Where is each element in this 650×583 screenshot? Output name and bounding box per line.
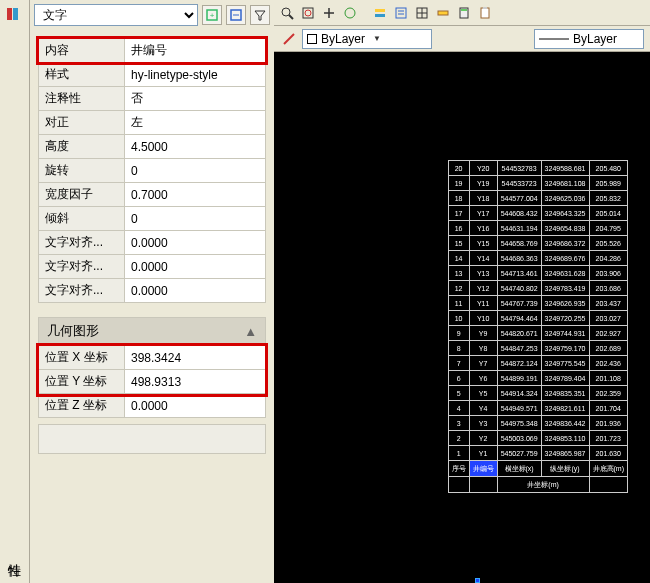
prop-value[interactable]: 0.0000 xyxy=(125,279,266,303)
svg-rect-24 xyxy=(483,7,487,9)
table-row: 19Y195445337233249681.108205.989 xyxy=(448,176,627,191)
table-cell: 544899.191 xyxy=(497,371,541,386)
filter-button[interactable] xyxy=(250,5,270,25)
table-cell: 3249853.110 xyxy=(541,431,589,446)
drawing-canvas[interactable]: 20Y205445327833249588.681205.48019Y19544… xyxy=(274,52,650,583)
collapse-icon: ▲ xyxy=(244,324,257,339)
section-header-geometry[interactable]: 几何图形 ▲ xyxy=(38,317,266,345)
svg-rect-14 xyxy=(396,8,406,18)
table-cell: Y5 xyxy=(469,386,497,401)
table-cell: 3249626.935 xyxy=(541,296,589,311)
table-cell: 3249865.987 xyxy=(541,446,589,461)
table-icon[interactable] xyxy=(413,4,431,22)
table-cell: 3249631.628 xyxy=(541,266,589,281)
section-title: 几何图形 xyxy=(47,322,99,340)
table-cell: 544631.194 xyxy=(497,221,541,236)
prop-value-pos-z[interactable]: 0.0000 xyxy=(125,394,266,418)
color-swatch-icon xyxy=(307,34,317,44)
prop-value[interactable]: 0 xyxy=(125,207,266,231)
table-cell: Y16 xyxy=(469,221,497,236)
table-row: 9Y9544820.6713249744.931202.927 xyxy=(448,326,627,341)
table-cell: 204.286 xyxy=(589,251,628,266)
table-cell: 8 xyxy=(448,341,469,356)
table-cell: 3249759.170 xyxy=(541,341,589,356)
prop-value[interactable]: 4.5000 xyxy=(125,135,266,159)
table-cell: 10 xyxy=(448,311,469,326)
layers-icon[interactable] xyxy=(371,4,389,22)
table-cell: 544975.348 xyxy=(497,416,541,431)
table-cell: 544914.324 xyxy=(497,386,541,401)
table-cell: 4 xyxy=(448,401,469,416)
cad-coordinate-table: 20Y205445327833249588.681205.48019Y19544… xyxy=(448,160,628,493)
table-cell: 203.906 xyxy=(589,266,628,281)
prop-value-pos-x[interactable]: 398.3424 xyxy=(125,346,266,370)
svg-point-10 xyxy=(305,10,311,16)
paste-icon[interactable] xyxy=(476,4,494,22)
table-cell: Y4 xyxy=(469,401,497,416)
table-cell: 205.832 xyxy=(589,191,628,206)
table-row: 12Y12544740.8023249783.419203.686 xyxy=(448,281,627,296)
prop-value[interactable]: 0.0000 xyxy=(125,255,266,279)
table-row: 1Y1545027.7593249865.987201.630 xyxy=(448,446,627,461)
prop-label: 旋转 xyxy=(39,159,125,183)
properties-header: 文字 + xyxy=(30,0,274,30)
prop-value[interactable]: 0 xyxy=(125,159,266,183)
table-cell: 544767.739 xyxy=(497,296,541,311)
empty-section xyxy=(38,424,266,454)
prop-value[interactable]: 0.0000 xyxy=(125,231,266,255)
table-cell: 12 xyxy=(448,281,469,296)
selection-grip[interactable] xyxy=(475,578,480,583)
svg-point-7 xyxy=(282,8,290,16)
orbit-icon[interactable] xyxy=(341,4,359,22)
table-cell: 545027.759 xyxy=(497,446,541,461)
prop-value-content[interactable]: 井编号 xyxy=(125,39,266,63)
table-cell: Y19 xyxy=(469,176,497,191)
table-cell: 202.689 xyxy=(589,341,628,356)
table-cell: Y18 xyxy=(469,191,497,206)
calculator-icon[interactable] xyxy=(455,4,473,22)
properties-icon[interactable] xyxy=(392,4,410,22)
svg-marker-6 xyxy=(255,11,265,20)
table-cell: 544794.464 xyxy=(497,311,541,326)
table-row: 7Y7544872.1243249775.545202.436 xyxy=(448,356,627,371)
table-row: 13Y13544713.4613249631.628203.906 xyxy=(448,266,627,281)
table-cell: Y13 xyxy=(469,266,497,281)
svg-rect-22 xyxy=(461,9,467,11)
table-cell: 205.989 xyxy=(589,176,628,191)
zoom-window-icon[interactable] xyxy=(299,4,317,22)
zoom-icon[interactable] xyxy=(278,4,296,22)
table-row: 6Y6544899.1913249789.404201.108 xyxy=(448,371,627,386)
table-cell: 2 xyxy=(448,431,469,446)
ruler-icon[interactable] xyxy=(434,4,452,22)
linetype-select[interactable]: ByLayer xyxy=(534,29,644,49)
table-cell: 204.795 xyxy=(589,221,628,236)
table-cell: 3249588.681 xyxy=(541,161,589,176)
object-type-select[interactable]: 文字 xyxy=(34,4,198,26)
prop-value-pos-y[interactable]: 498.9313 xyxy=(125,370,266,394)
table-cell: 203.437 xyxy=(589,296,628,311)
paint-icon[interactable] xyxy=(5,6,25,26)
quick-select-button[interactable] xyxy=(226,5,246,25)
table-cell: 9 xyxy=(448,326,469,341)
table-row: 10Y10544794.4643249720.255203.027 xyxy=(448,311,627,326)
table-cell: 3249835.351 xyxy=(541,386,589,401)
table-cell: 3249654.838 xyxy=(541,221,589,236)
pan-icon[interactable] xyxy=(320,4,338,22)
table-cell: 205.480 xyxy=(589,161,628,176)
svg-rect-1 xyxy=(13,8,18,20)
left-dock-bar: 特性 xyxy=(0,0,30,583)
color-select[interactable]: ByLayer ▼ xyxy=(302,29,432,49)
prop-value[interactable]: 左 xyxy=(125,111,266,135)
table-cell: 544949.571 xyxy=(497,401,541,416)
table-cell: 201.936 xyxy=(589,416,628,431)
table-header-row: 序号井编号横坐标(x)纵坐标(y)井底高(m) xyxy=(448,461,627,477)
prop-value[interactable]: 否 xyxy=(125,87,266,111)
select-objects-button[interactable]: + xyxy=(202,5,222,25)
prop-value[interactable]: hy-linetype-style xyxy=(125,63,266,87)
table-cell: 201.630 xyxy=(589,446,628,461)
layer-toolbar: ByLayer ▼ ByLayer xyxy=(274,26,650,52)
linecolor-icon[interactable] xyxy=(280,30,298,48)
table-cell: Y10 xyxy=(469,311,497,326)
prop-value[interactable]: 0.7000 xyxy=(125,183,266,207)
drawing-area: ByLayer ▼ ByLayer 20Y205445327833249588.… xyxy=(274,0,650,583)
